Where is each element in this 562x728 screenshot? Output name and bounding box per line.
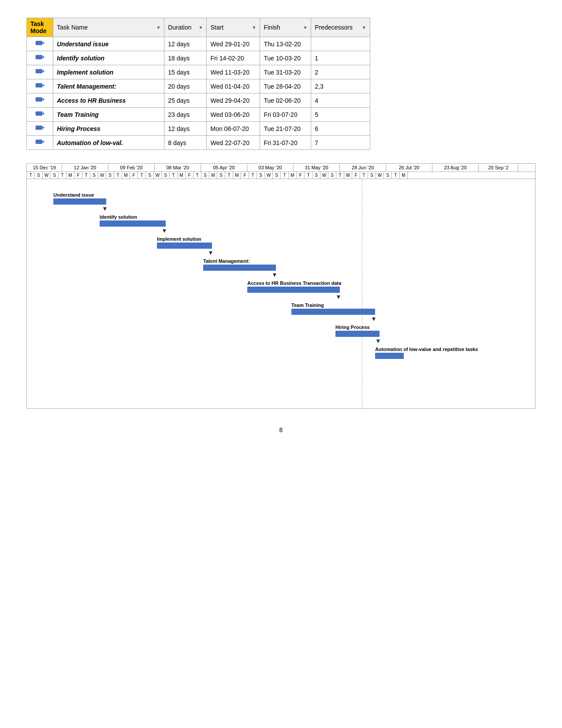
day-header-cell: T (281, 172, 289, 179)
day-header-cell: S (273, 172, 281, 179)
task-mode-cell (27, 79, 53, 93)
day-header-cell: S (384, 172, 392, 179)
finish-cell: Tue 02-06-20 (260, 93, 311, 108)
day-header-cell: T (360, 172, 368, 179)
period-header-cell: 20 Sep '2 (479, 164, 518, 172)
day-header-cell: W (265, 172, 273, 179)
start-cell: Wed 22-07-20 (207, 136, 260, 150)
period-header-cell: 28 Jun '20 (340, 164, 386, 172)
gantt-bar-container: Hiring Process▼ (335, 325, 468, 344)
gantt-bar-container: Access to HR Business Transaction data▼ (247, 280, 428, 300)
gantt-arrow-icon: ▼ (371, 315, 463, 322)
svg-rect-2 (36, 55, 42, 59)
svg-marker-5 (42, 70, 44, 72)
svg-rect-0 (36, 41, 42, 45)
day-header-cell: T (305, 172, 313, 179)
col-duration[interactable]: Duration ▼ (164, 18, 207, 37)
duration-cell: 20 days (164, 79, 207, 93)
page-number: 8 (26, 426, 536, 433)
finish-dropdown-icon[interactable]: ▼ (303, 25, 307, 30)
day-header-cell: F (186, 172, 194, 179)
task-mode-icon (35, 39, 45, 47)
col-task-mode[interactable]: TaskMode (27, 18, 53, 37)
svg-rect-6 (36, 83, 42, 87)
gantt-bar-container: Talent Management:▼ (203, 258, 364, 278)
day-header-cell: F (74, 172, 82, 179)
task-mode-cell (27, 122, 53, 136)
svg-rect-8 (36, 97, 42, 101)
day-header-cell: T (138, 172, 146, 179)
svg-rect-10 (36, 112, 42, 116)
start-dropdown-icon[interactable]: ▼ (252, 25, 257, 30)
finish-cell: Fri 03-07-20 (260, 108, 311, 122)
table-row: Identify solution18 daysFri 14-02-20Tue … (27, 51, 370, 65)
table-row: Understand issue12 daysWed 29-01-20Thu 1… (27, 37, 370, 51)
predecessors-cell: 1 (311, 51, 370, 65)
day-header-cell: M (122, 172, 130, 179)
start-cell: Wed 03-06-20 (207, 108, 260, 122)
gantt-arrow-icon: ▼ (335, 293, 428, 300)
day-header-cell: T (392, 172, 400, 179)
gantt-chart: 15 Dec '1912 Jan '2009 Feb '2008 Mar '20… (26, 163, 536, 409)
svg-marker-13 (42, 127, 44, 129)
finish-cell: Tue 28-04-20 (260, 79, 311, 93)
gantt-bar (247, 287, 340, 293)
day-header-cell: S (90, 172, 98, 179)
day-header-cell: S (162, 172, 170, 179)
day-header-cell: M (178, 172, 186, 179)
gantt-bar (157, 243, 212, 249)
task-mode-icon (35, 138, 45, 146)
day-header-cell: M (67, 172, 74, 179)
day-header-cell: W (43, 172, 51, 179)
col-finish[interactable]: Finish ▼ (260, 18, 311, 37)
period-header-cell: 23 Aug '20 (432, 164, 479, 172)
svg-marker-15 (42, 141, 44, 143)
predecessors-dropdown-icon[interactable]: ▼ (362, 25, 366, 30)
gantt-arrow-icon: ▼ (272, 271, 364, 278)
day-header-cell: S (313, 172, 320, 179)
col-task-name[interactable]: Task Name ▼ (53, 18, 164, 37)
gantt-bar-container: Understand issue▼ (53, 192, 194, 212)
day-header-cell: M (289, 172, 297, 179)
col-predecessors[interactable]: Predecessors ▼ (311, 18, 370, 37)
day-header-cell: T (225, 172, 233, 179)
period-header-cell: 26 Jul '20 (386, 164, 432, 172)
svg-rect-12 (36, 126, 42, 130)
gantt-bar-label: Hiring Process (335, 325, 468, 330)
duration-dropdown-icon[interactable]: ▼ (199, 25, 203, 30)
svg-marker-7 (42, 84, 44, 86)
gantt-body: Understand issue▼Identify solution▼Imple… (27, 179, 535, 408)
gantt-bar-label: Team Training (291, 302, 463, 308)
predecessors-cell: 7 (311, 136, 370, 150)
predecessors-cell (311, 37, 370, 51)
task-mode-cell (27, 51, 53, 65)
predecessors-cell: 4 (311, 93, 370, 108)
task-mode-icon (35, 110, 45, 118)
table-row: Access to HR Business25 daysWed 29-04-20… (27, 93, 370, 108)
task-name-cell: Implement solution (53, 65, 164, 79)
gantt-bar-label: Identify solution (100, 214, 254, 220)
task-name-cell: Access to HR Business (53, 93, 164, 108)
start-cell: Wed 29-04-20 (207, 93, 260, 108)
task-name-dropdown-icon[interactable]: ▼ (156, 25, 160, 30)
day-header-cell: M (344, 172, 352, 179)
period-header-cell: 15 Dec '19 (27, 164, 62, 172)
day-header-cell: S (217, 172, 225, 179)
table-row: Talent Management:20 daysWed 01-04-20Tue… (27, 79, 370, 93)
start-cell: Wed 01-04-20 (207, 79, 260, 93)
task-name-cell: Automation of low-val. (53, 136, 164, 150)
finish-cell: Thu 13-02-20 (260, 37, 311, 51)
day-header-cell: M (233, 172, 241, 179)
gantt-arrow-icon: ▼ (375, 337, 468, 344)
gantt-bar (53, 198, 106, 205)
col-start[interactable]: Start ▼ (207, 18, 260, 37)
day-header-cell: S (106, 172, 114, 179)
day-header-cell: W (154, 172, 162, 179)
predecessors-cell: 2,3 (311, 79, 370, 93)
start-cell: Fri 14-02-20 (207, 51, 260, 65)
svg-rect-14 (36, 140, 42, 144)
period-header-cell: 09 Feb '20 (108, 164, 155, 172)
task-name-cell: Team Training (53, 108, 164, 122)
gantt-bar-label: Understand issue (53, 192, 194, 198)
day-header-cell: F (297, 172, 305, 179)
